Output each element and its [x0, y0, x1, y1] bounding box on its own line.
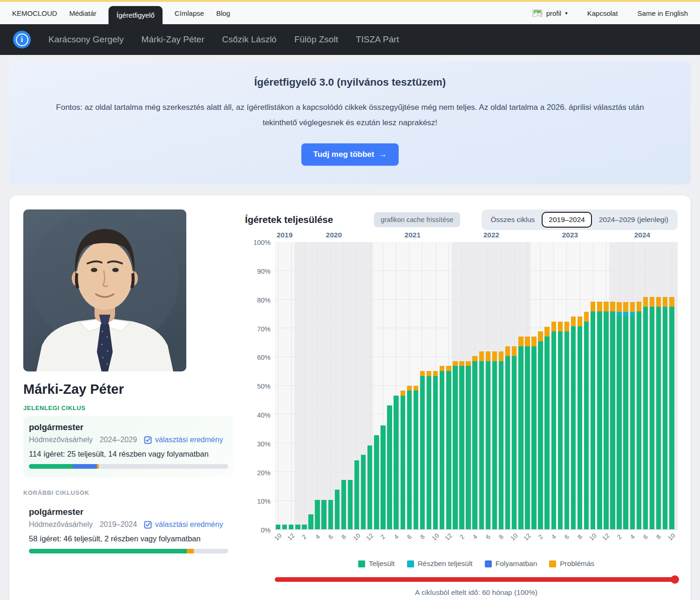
chart-bar-47[interactable] — [584, 242, 589, 529]
chart-bar-22[interactable] — [420, 242, 425, 529]
chart-bar-45[interactable] — [571, 242, 576, 529]
chart-bar-10[interactable] — [341, 242, 346, 529]
nav-item-blog[interactable]: Blog — [216, 9, 230, 17]
chart-bar-6[interactable] — [315, 242, 319, 529]
year-label: 2021 — [405, 231, 421, 239]
slider-knob[interactable] — [671, 575, 679, 584]
legend-item[interactable]: Folyamatban — [485, 560, 537, 568]
nav-person-karacsony[interactable]: Karácsony Gergely — [48, 34, 124, 45]
chart-bar-41[interactable] — [544, 242, 549, 529]
chart-bar-31[interactable] — [479, 242, 484, 529]
chart-bar-53[interactable] — [623, 242, 628, 529]
legend-item[interactable]: Teljesült — [358, 560, 395, 568]
chart-bar-29[interactable] — [466, 242, 470, 529]
chart-bar-17[interactable] — [387, 242, 392, 529]
nav-party-tisza[interactable]: TISZA Párt — [356, 34, 399, 45]
nav-item-language[interactable]: Same in English — [638, 9, 688, 17]
chart-bar-49[interactable] — [597, 242, 602, 529]
chart-bar-37[interactable] — [518, 242, 523, 529]
election-result-link[interactable]: választási eredmény — [144, 520, 223, 529]
chart-bar-50[interactable] — [604, 242, 608, 529]
learn-more-button[interactable]: Tudj meg többet → — [301, 143, 399, 166]
chart-bar-52[interactable] — [617, 242, 621, 529]
tab-2019-2024[interactable]: 2019–2024 — [542, 212, 592, 228]
chart-bar-21[interactable] — [414, 242, 418, 529]
chart-bar-7[interactable] — [321, 242, 326, 529]
chart-bar-2[interactable] — [289, 242, 293, 529]
bar-segment — [544, 327, 549, 337]
top-navbar: KEMOCLOUD Médiatár Ígéretfigyelő Címlaps… — [0, 2, 700, 24]
chart-bar-27[interactable] — [453, 242, 457, 529]
chart-bar-57[interactable] — [650, 242, 654, 529]
x-tick-label: 8 — [495, 530, 508, 544]
chart-bar-23[interactable] — [427, 242, 431, 529]
chart-bar-25[interactable] — [440, 242, 444, 529]
nav-person-markizay[interactable]: Márki-Zay Péter — [142, 34, 204, 45]
chart-bar-19[interactable] — [401, 242, 405, 529]
chart-bar-1[interactable] — [282, 242, 287, 529]
profile-menu[interactable]: profil ▾ — [532, 9, 568, 17]
chart-bar-4[interactable] — [302, 242, 306, 529]
chart-bar-40[interactable] — [538, 242, 543, 529]
bar-segment — [604, 302, 608, 311]
bar-segment — [367, 445, 372, 530]
chart-bar-43[interactable] — [558, 242, 563, 529]
chart-bar-44[interactable] — [564, 242, 569, 529]
chart-bar-36[interactable] — [512, 242, 517, 529]
chart-bar-0[interactable] — [276, 242, 280, 529]
chart-bar-59[interactable] — [663, 242, 667, 529]
legend-item[interactable]: Részben teljesült — [407, 560, 473, 568]
chart-bar-42[interactable] — [551, 242, 556, 529]
chart-bar-60[interactable] — [669, 242, 674, 529]
refresh-cache-button[interactable]: grafikon cache frissítése — [374, 212, 460, 227]
chart-bar-30[interactable] — [472, 242, 477, 529]
chart-bar-39[interactable] — [531, 242, 536, 529]
chart-bar-14[interactable] — [367, 242, 372, 529]
chart-bar-46[interactable] — [578, 242, 582, 529]
election-result-link[interactable]: választási eredmény — [144, 436, 223, 444]
bar-segment — [394, 396, 398, 530]
chart-bar-18[interactable] — [394, 242, 398, 529]
bar-segment — [335, 490, 340, 529]
chart-bar-51[interactable] — [610, 242, 615, 529]
chart-bar-20[interactable] — [407, 242, 412, 529]
bar-segment — [525, 346, 530, 530]
elapsed-time-slider[interactable] — [275, 577, 678, 582]
nav-person-fulop[interactable]: Fülöp Zsolt — [294, 34, 338, 45]
chart-bar-34[interactable] — [499, 242, 503, 529]
brand-kemocloud[interactable]: KEMOCLOUD — [12, 9, 57, 17]
chart-bar-26[interactable] — [446, 242, 451, 529]
chart-bar-13[interactable] — [361, 242, 366, 529]
info-icon[interactable]: i — [13, 31, 31, 48]
chart-bar-56[interactable] — [643, 242, 648, 529]
chart-bar-35[interactable] — [505, 242, 510, 529]
bar-segment — [407, 386, 412, 391]
chart-bar-16[interactable] — [381, 242, 385, 529]
nav-person-csozik[interactable]: Csőzik László — [222, 34, 277, 45]
chart-bar-3[interactable] — [295, 242, 300, 529]
nav-item-cimlapse[interactable]: Címlapse — [175, 9, 204, 17]
chart-bar-48[interactable] — [591, 242, 595, 529]
chart-bar-8[interactable] — [328, 242, 333, 529]
tab-2024-2029[interactable]: 2024–2029 (jelenlegi) — [592, 212, 675, 228]
chart-bar-33[interactable] — [492, 242, 497, 529]
chart-bar-11[interactable] — [348, 242, 353, 529]
y-tick-label: 20% — [247, 469, 271, 477]
nav-item-igeretfigyelo-active[interactable]: Ígéretfigyelő — [109, 6, 163, 24]
chart-bar-58[interactable] — [656, 242, 661, 529]
chart-bar-28[interactable] — [459, 242, 464, 529]
chart-bar-15[interactable] — [374, 242, 379, 529]
chart-bar-55[interactable] — [637, 242, 641, 529]
chart-bar-9[interactable] — [335, 242, 340, 529]
tab-all-cycles[interactable]: Összes ciklus — [484, 212, 542, 228]
nav-item-kapcsolat[interactable]: Kapcsolat — [587, 9, 618, 17]
chart-bar-32[interactable] — [486, 242, 490, 529]
chart-bar-12[interactable] — [354, 242, 359, 529]
chart-bar-5[interactable] — [308, 242, 313, 529]
nav-item-mediatar[interactable]: Médiatár — [69, 9, 96, 17]
chart-bar-24[interactable] — [433, 242, 438, 529]
chart-bar-38[interactable] — [525, 242, 530, 529]
chart-bar-54[interactable] — [630, 242, 635, 529]
bar-segment — [348, 480, 353, 529]
legend-item[interactable]: Problémás — [549, 560, 594, 568]
